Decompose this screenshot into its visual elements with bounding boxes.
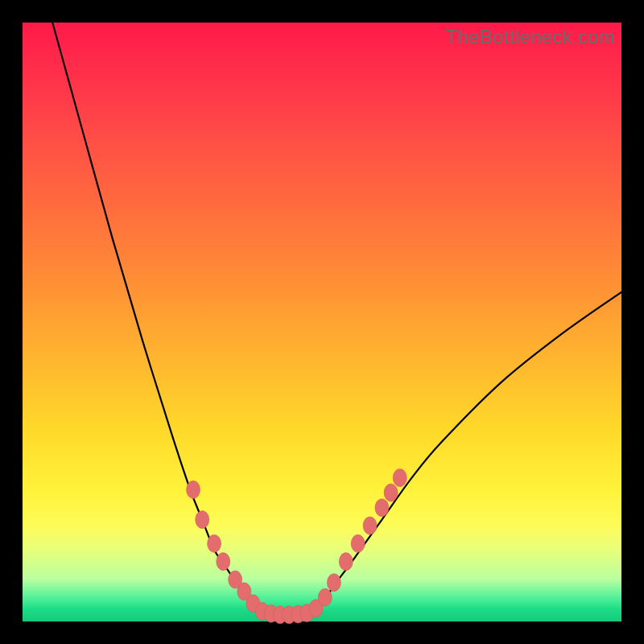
curve-marker bbox=[208, 535, 221, 552]
curve-marker bbox=[393, 469, 407, 486]
curve-marker bbox=[318, 588, 332, 606]
curve-marker bbox=[351, 535, 365, 552]
curve-marker bbox=[187, 481, 200, 498]
bottleneck-curve bbox=[23, 23, 621, 621]
curve-marker bbox=[339, 553, 353, 571]
curve-marker bbox=[196, 511, 209, 529]
curve-marker bbox=[327, 574, 341, 592]
curve-path bbox=[52, 23, 621, 615]
chart-plot-area: TheBottleneck.com bbox=[23, 23, 621, 621]
curve-marker bbox=[363, 517, 377, 535]
chart-frame: TheBottleneck.com bbox=[0, 0, 644, 644]
curve-markers bbox=[187, 469, 407, 623]
curve-marker bbox=[217, 553, 230, 571]
curve-marker bbox=[375, 499, 389, 517]
curve-marker bbox=[384, 484, 398, 502]
